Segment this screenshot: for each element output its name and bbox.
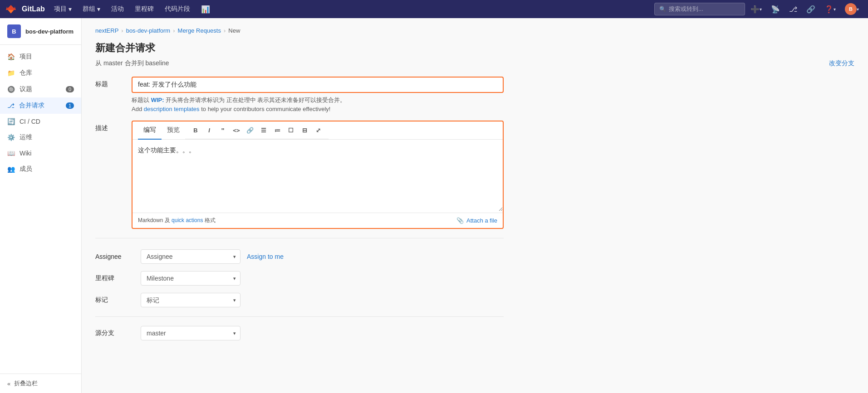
code-button[interactable]: <>	[230, 124, 242, 136]
merge-subtitle-text: 从 master 合并到 baseline	[95, 59, 169, 68]
attach-icon: 📎	[456, 217, 464, 224]
nav-activity[interactable]: 活动	[107, 0, 128, 18]
title-input[interactable]	[132, 78, 503, 92]
nav-milestones[interactable]: 里程碑	[130, 0, 158, 18]
nav-groups[interactable]: 群组 ▾	[78, 0, 105, 18]
fullscreen-button[interactable]: ⤢	[312, 124, 324, 136]
sidebar-item-wiki[interactable]: 📖 Wiki	[0, 146, 81, 161]
description-textarea[interactable]: 这个功能主要。。。	[132, 140, 503, 211]
italic-button[interactable]: I	[203, 124, 215, 136]
bold-button[interactable]: B	[190, 124, 201, 136]
title-input-container	[132, 77, 504, 93]
sidebar-project: B bos-dev-platform	[0, 18, 81, 45]
sidebar-nav: 🏠 项目 📁 仓库 🔘 议题 0 ⎇ 合并请求 1 🔄 CI / CD ⚙️ 运…	[0, 45, 81, 374]
milestone-select[interactable]: Milestone	[141, 271, 240, 286]
checkbox-button[interactable]: ☐	[285, 124, 297, 136]
search-box[interactable]: 🔍 搜索或转到...	[654, 3, 745, 15]
sidebar-item-repository[interactable]: 📁 仓库	[0, 65, 81, 81]
breadcrumb-merge-requests[interactable]: Merge Requests	[178, 27, 221, 34]
breadcrumb-sep-2: ›	[173, 27, 175, 34]
issues-badge: 0	[66, 86, 74, 92]
title-control-wrap: 标题以 WIP: 开头将合并请求标识为 正在处理中 表示其还未准备好可以接受合并…	[132, 77, 504, 113]
sidebar-item-merge-requests[interactable]: ⎇ 合并请求 1	[0, 97, 81, 114]
assignee-select[interactable]: Assignee	[141, 249, 240, 264]
wip-link[interactable]: WIP:	[151, 97, 164, 103]
breadcrumb-nexterp[interactable]: nextERP	[95, 27, 118, 34]
wip-hint: 标题以 WIP: 开头将合并请求标识为 正在处理中 表示其还未准备好可以接受合并…	[132, 96, 504, 113]
breadcrumb-project[interactable]: bos-dev-platform	[126, 27, 171, 34]
tab-preview[interactable]: 预览	[162, 121, 185, 140]
milestone-row: 里程碑 Milestone ▾	[95, 271, 504, 286]
labels-label: 标记	[95, 296, 141, 304]
sidebar: B bos-dev-platform 🏠 项目 📁 仓库 🔘 议题 0 ⎇ 合并…	[0, 18, 82, 393]
table-button[interactable]: ⊟	[299, 124, 310, 136]
breadcrumb-sep-1: ›	[121, 27, 123, 34]
description-label: 描述	[95, 121, 132, 132]
labels-select-wrap: 标记 ▾	[141, 293, 240, 307]
source-branch-select[interactable]: master	[141, 326, 240, 340]
tab-write[interactable]: 编写	[138, 121, 162, 140]
nav-chart[interactable]: 📊	[196, 0, 215, 18]
help-icon[interactable]: ❓▾	[821, 0, 839, 18]
merge-requests-badge: 1	[66, 102, 74, 109]
breadcrumb-new: New	[228, 27, 240, 34]
attach-file-button[interactable]: 📎 Attach a file	[456, 217, 497, 224]
nav-projects[interactable]: 项目 ▾	[49, 0, 76, 18]
quote-button[interactable]: "	[217, 124, 229, 136]
description-toolbar: B I " <> 🔗 ☰ ≔ ☐ ⊟ ⤢	[185, 121, 329, 139]
home-icon: 🏠	[7, 53, 15, 60]
create-new-button[interactable]: ➕▾	[747, 0, 765, 18]
assignee-label: Assignee	[95, 253, 141, 260]
issues-icon[interactable]: 🔗	[803, 0, 819, 18]
sidebar-item-projects[interactable]: 🏠 项目	[0, 49, 81, 65]
project-name: bos-dev-platform	[25, 28, 74, 35]
source-branch-select-wrap: master ▾	[141, 326, 240, 340]
form-section: 标题 标题以 WIP: 开头将合并请求标识为 正在处理中 表示其还未准备好可以接…	[95, 77, 504, 229]
main-content: nextERP › bos-dev-platform › Merge Reque…	[82, 18, 868, 393]
collapse-sidebar-button[interactable]: « 折叠边栏	[0, 374, 81, 393]
milestone-select-wrap: Milestone ▾	[141, 271, 240, 286]
description-footer: Markdown 及 quick actions 格式 📎 Attach a f…	[132, 213, 503, 228]
project-avatar: B	[7, 24, 21, 38]
description-template-link[interactable]: description templates	[144, 106, 200, 112]
cicd-icon: 🔄	[7, 118, 15, 125]
description-tabs: 编写 预览 B I " <> 🔗 ☰ ≔ ☐ ⊟	[132, 121, 503, 140]
sidebar-item-members[interactable]: 👥 成员	[0, 161, 81, 177]
assign-to-me-link[interactable]: Assign to me	[247, 253, 284, 260]
ops-icon: ⚙️	[7, 134, 15, 141]
labels-select[interactable]: 标记	[141, 293, 240, 307]
source-branch-row: 源分支 master ▾	[95, 326, 504, 340]
collapse-icon: «	[7, 380, 10, 387]
issue-icon: 🔘	[7, 86, 15, 93]
description-editor-container: 编写 预览 B I " <> 🔗 ☰ ≔ ☐ ⊟	[132, 121, 504, 229]
top-nav: GitLab 项目 ▾ 群组 ▾ 活动 里程碑 代码片段 📊 🔍 搜索或转到..…	[0, 0, 868, 18]
form-divider	[95, 238, 504, 238]
description-row: 描述 编写 预览 B I " <> 🔗 ☰	[95, 121, 504, 229]
merge-icon: ⎇	[7, 102, 15, 109]
link-button[interactable]: 🔗	[244, 124, 256, 136]
repo-icon: 📁	[7, 69, 15, 77]
change-branch-link[interactable]: 改变分支	[829, 59, 854, 68]
source-branch-label: 源分支	[95, 329, 141, 337]
milestone-label: 里程碑	[95, 274, 141, 282]
description-control-wrap: 编写 预览 B I " <> 🔗 ☰ ≔ ☐ ⊟	[132, 121, 504, 229]
avatar: B	[845, 3, 857, 15]
quick-actions-link[interactable]: quick actions	[172, 217, 203, 223]
sidebar-item-operations[interactable]: ⚙️ 运维	[0, 129, 81, 146]
nav-gitlab-label: GitLab	[22, 0, 48, 18]
nav-right: 🔍 搜索或转到... ➕▾ 📡 ⎇ 🔗 ❓▾ B ▾	[654, 0, 863, 18]
markdown-hint: Markdown 及 quick actions 格式	[138, 217, 216, 224]
form-divider-2	[95, 316, 504, 317]
nav-snippets[interactable]: 代码片段	[160, 0, 195, 18]
sidebar-item-issues[interactable]: 🔘 议题 0	[0, 81, 81, 97]
meta-form: Assignee Assignee ▾ Assign to me 里程碑 Mil…	[95, 249, 504, 340]
page-title: 新建合并请求	[95, 41, 854, 55]
breadcrumb-sep-3: ›	[224, 27, 226, 34]
merge-requests-icon[interactable]: ⎇	[785, 0, 801, 18]
gitlab-logo[interactable]	[5, 4, 16, 15]
user-avatar[interactable]: B ▾	[841, 0, 863, 18]
bullet-list-button[interactable]: ☰	[258, 124, 270, 136]
numbered-list-button[interactable]: ≔	[271, 124, 283, 136]
sidebar-item-cicd[interactable]: 🔄 CI / CD	[0, 114, 81, 129]
broadcast-icon[interactable]: 📡	[767, 0, 784, 18]
